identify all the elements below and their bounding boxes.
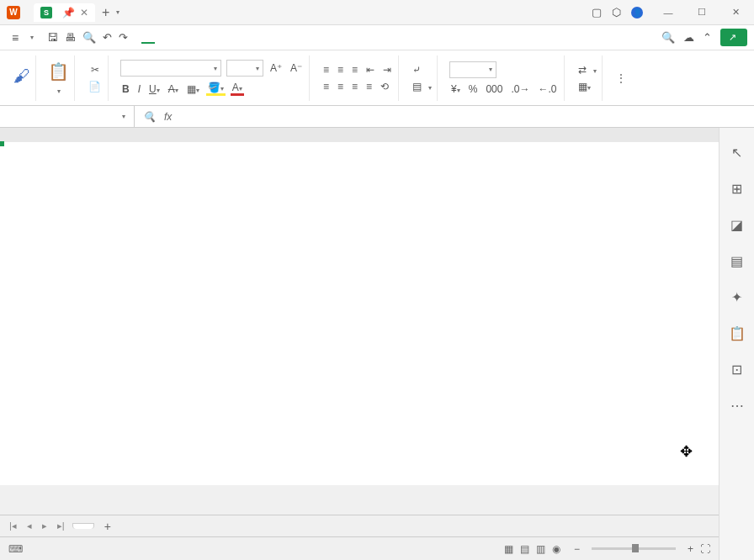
chart-icon[interactable]: ▤ <box>730 253 743 269</box>
align-top-icon[interactable]: ≡ <box>321 64 331 76</box>
new-tab-button[interactable]: + <box>102 5 109 20</box>
zoom-out-icon[interactable]: − <box>574 543 580 555</box>
cloud-icon[interactable]: ☁ <box>683 31 694 44</box>
align-right-icon[interactable]: ≡ <box>350 81 359 92</box>
tab-formula[interactable] <box>182 32 195 44</box>
border-icon[interactable]: ▦▾ <box>185 83 201 95</box>
convert-icon[interactable]: ⇄ <box>576 64 588 76</box>
hamburger-icon[interactable]: ≡ <box>7 31 24 45</box>
underline-icon[interactable]: U▾ <box>147 83 162 95</box>
style-panel-icon[interactable]: ⊞ <box>731 181 742 197</box>
tab-page[interactable] <box>168 32 182 44</box>
tab-start[interactable] <box>141 32 155 44</box>
tab-member[interactable] <box>249 32 263 44</box>
preview-icon[interactable]: 🔍 <box>82 31 96 44</box>
tab-insert[interactable] <box>155 32 168 44</box>
zoom-in-icon[interactable]: + <box>688 543 693 555</box>
sheet-tab-active[interactable] <box>72 523 94 529</box>
indent-inc-icon[interactable]: ⇥ <box>381 64 393 76</box>
tab-review[interactable] <box>209 32 222 44</box>
redo-icon[interactable]: ↷ <box>119 31 128 44</box>
tab-menu-icon[interactable]: ▾ <box>116 8 119 16</box>
sheet-next-icon[interactable]: ▸ <box>40 520 50 531</box>
merge-icon[interactable]: ▤ <box>411 81 423 92</box>
close-button[interactable]: ✕ <box>724 4 747 21</box>
sheet-first-icon[interactable]: |◂ <box>7 520 19 531</box>
file-menu[interactable]: ▾ <box>24 34 39 41</box>
search-icon[interactable]: 🔍 <box>661 31 675 44</box>
italic-icon[interactable]: I <box>136 83 142 95</box>
share-button[interactable]: ↗ <box>720 29 747 46</box>
document-tab[interactable]: S 📌 ✕ <box>34 3 95 22</box>
bold-icon[interactable]: B <box>120 83 131 95</box>
number-format-select[interactable]: ▾ <box>449 61 496 78</box>
minimize-button[interactable]: — <box>656 4 680 21</box>
dec-dec-icon[interactable]: ←.0 <box>536 83 558 95</box>
name-box[interactable]: ▾ <box>0 106 135 127</box>
tab-close-icon[interactable]: ✕ <box>80 7 88 18</box>
add-sheet-icon[interactable]: + <box>99 520 116 533</box>
cancel-fx-icon[interactable]: 🔍 <box>143 111 156 123</box>
tab-tools[interactable] <box>236 32 249 44</box>
wps-icon: W <box>7 6 20 19</box>
decrease-font-icon[interactable]: A⁻ <box>289 62 304 74</box>
fullscreen-icon[interactable]: ⛶ <box>700 543 710 555</box>
ai-icon[interactable]: ✦ <box>731 289 742 305</box>
view-break-icon[interactable]: ▥ <box>536 543 545 555</box>
tab-efficiency[interactable] <box>263 32 276 44</box>
print-icon[interactable]: 🖶 <box>65 31 76 44</box>
app-ico-1[interactable]: ▢ <box>592 6 602 18</box>
comma-icon[interactable]: 000 <box>484 83 504 95</box>
view-normal-icon[interactable]: ▦ <box>504 543 513 555</box>
maximize-button[interactable]: ☐ <box>690 4 714 21</box>
app-ico-2[interactable]: ⬡ <box>612 6 621 18</box>
align-bot-icon[interactable]: ≡ <box>350 64 359 76</box>
tab-data[interactable] <box>195 32 209 44</box>
collapse-ribbon-icon[interactable]: ⌃ <box>703 31 712 44</box>
format-icon[interactable]: ▦▾ <box>576 81 592 92</box>
settings-icon[interactable]: ⊡ <box>731 362 742 378</box>
percent-icon[interactable]: % <box>467 83 480 95</box>
clipboard-icon[interactable]: 📋 <box>729 325 746 341</box>
select-tool-icon[interactable]: ↖ <box>731 145 742 161</box>
more-panel-icon[interactable]: ⋯ <box>730 398 744 414</box>
login-button[interactable]: 👤 <box>631 7 646 18</box>
shapes-icon[interactable]: ◪ <box>730 217 743 233</box>
sheet-last-icon[interactable]: ▸| <box>55 520 67 531</box>
keyboard-icon[interactable]: ⌨ <box>8 543 23 555</box>
justify-icon[interactable]: ≡ <box>364 81 374 92</box>
tab-view[interactable] <box>222 32 236 44</box>
font-select[interactable]: ▾ <box>120 60 221 77</box>
font-size-select[interactable]: ▾ <box>226 60 263 77</box>
undo-icon[interactable]: ↶ <box>103 31 112 44</box>
reader-icon[interactable]: ◉ <box>552 543 560 555</box>
more-icon[interactable]: ⋮ <box>614 72 628 84</box>
spreadsheet-grid[interactable]: ✥ <box>0 128 754 485</box>
fx-icon[interactable]: fx <box>164 111 172 123</box>
sheet-prev-icon[interactable]: ◂ <box>24 520 35 531</box>
excel-icon: S <box>40 7 52 18</box>
merge-label: ▾ <box>428 82 432 92</box>
copy-icon[interactable]: 📄 <box>87 81 103 92</box>
dec-inc-icon[interactable]: .0→ <box>509 83 531 95</box>
align-left-icon[interactable]: ≡ <box>321 81 331 92</box>
orientation-icon[interactable]: ⟲ <box>379 81 390 92</box>
fill-color-icon[interactable]: 🪣▾ <box>206 82 226 96</box>
align-mid-icon[interactable]: ≡ <box>336 64 345 76</box>
ribbon-tabs <box>141 32 276 44</box>
paste-icon[interactable]: 📋 <box>48 61 69 82</box>
align-center-icon[interactable]: ≡ <box>336 81 345 92</box>
paste-label: ▾ <box>57 85 61 95</box>
zoom-slider[interactable] <box>592 547 676 550</box>
wrap-icon[interactable]: ⤶ <box>411 64 422 76</box>
font-color-icon[interactable]: A▾ <box>231 82 244 96</box>
strike-icon[interactable]: A▾ <box>167 83 180 95</box>
tab-pin-icon[interactable]: 📌 <box>62 7 75 18</box>
indent-dec-icon[interactable]: ⇤ <box>364 64 376 76</box>
currency-icon[interactable]: ¥▾ <box>449 83 462 95</box>
increase-font-icon[interactable]: A⁺ <box>268 62 284 74</box>
save-icon[interactable]: 🖫 <box>47 31 58 44</box>
view-page-icon[interactable]: ▤ <box>520 543 529 555</box>
format-painter-icon[interactable]: 🖌 <box>13 66 30 86</box>
cut-icon[interactable]: ✂ <box>89 64 101 76</box>
